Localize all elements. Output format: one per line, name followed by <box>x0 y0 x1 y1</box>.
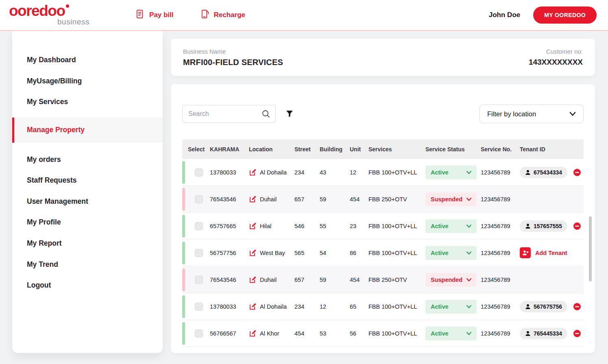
table-header-row: Select KAHRAMA Location Street Building … <box>182 139 584 159</box>
kahrama-value: 56757756 <box>210 250 249 256</box>
edit-location-icon[interactable] <box>249 303 257 310</box>
sidebar-item-my-dashboard[interactable]: My Dashboard <box>12 50 163 71</box>
user-name[interactable]: John Doe <box>489 11 520 19</box>
kahrama-value: 76543546 <box>210 277 249 283</box>
sidebar-item-my-report[interactable]: My Report <box>12 233 163 254</box>
customer-no-value: 143XXXXXXXX <box>529 58 583 67</box>
table-scrollbar[interactable] <box>589 216 592 281</box>
service-status-value: Active <box>431 303 449 310</box>
service-status-pill[interactable]: Active <box>425 219 477 233</box>
add-tenant-button[interactable]: Add Tenant <box>520 247 567 258</box>
person-icon <box>525 223 531 229</box>
service-status-value: Active <box>431 223 449 229</box>
sidebar-item-my-orders[interactable]: My orders <box>12 149 163 170</box>
business-info-card: Business Name MRFI00-FIELD SERVICES Cust… <box>171 39 595 76</box>
row-checkbox[interactable] <box>195 168 203 177</box>
search-icon[interactable] <box>262 109 270 118</box>
tenant-id-value: 675434334 <box>534 169 562 176</box>
column-header-service-no: Service No. <box>481 146 520 153</box>
edit-location-icon[interactable] <box>249 329 257 337</box>
column-header-services: Services <box>368 146 425 153</box>
row-status-strip <box>182 268 185 291</box>
chevron-down-icon <box>466 196 472 203</box>
remove-tenant-icon[interactable] <box>573 303 581 311</box>
service-status-pill[interactable]: Suspended <box>425 192 477 206</box>
kahrama-value: 76543546 <box>210 196 249 203</box>
filter-funnel-icon[interactable] <box>285 110 294 118</box>
search-input[interactable] <box>188 110 262 118</box>
services-value: FBB 100+OTV+LL <box>368 250 425 256</box>
row-checkbox[interactable] <box>195 249 203 257</box>
tenant-id-badge[interactable]: 675434334 <box>520 167 567 178</box>
building-value: 59 <box>320 196 350 203</box>
sidebar-item-staff-requests[interactable]: Staff Requests <box>12 170 163 191</box>
row-checkbox[interactable] <box>195 329 203 338</box>
top-nav: Pay bill Recharge <box>135 9 245 21</box>
service-status-value: Suspended <box>431 277 462 283</box>
row-status-strip <box>182 161 185 184</box>
remove-tenant-icon[interactable] <box>573 222 581 230</box>
row-checkbox[interactable] <box>195 195 203 203</box>
column-header-location: Location <box>249 146 294 153</box>
remove-tenant-icon[interactable] <box>573 168 581 177</box>
recharge-button[interactable]: Recharge <box>200 9 245 21</box>
top-bar: ooredoo business Pay bill Recharge John … <box>0 0 608 31</box>
edit-location-icon[interactable] <box>249 168 257 176</box>
recharge-icon <box>200 9 210 21</box>
my-ooredoo-button[interactable]: MY OOREDOO <box>533 7 597 24</box>
service-no-value: 123456789 <box>481 196 520 203</box>
tenant-id-badge[interactable]: 157657555 <box>520 220 567 232</box>
edit-location-icon[interactable] <box>249 222 257 230</box>
table-row: 65757665 Hilal 546 55 23 FBB 100+OTV+LL … <box>182 213 584 240</box>
sidebar-item-myusage-billing[interactable]: MyUsage/Billing <box>12 71 163 92</box>
remove-tenant-icon[interactable] <box>573 329 581 338</box>
table-row: 76543546 Duhail 657 59 454 FBB 250+OTV S… <box>182 266 584 293</box>
service-no-value: 123456789 <box>481 277 520 283</box>
chevron-down-icon <box>466 330 472 337</box>
kahrama-value: 65757665 <box>210 223 249 229</box>
sidebar-item-my-trend[interactable]: My Trend <box>12 254 163 275</box>
brand-dot-icon <box>66 4 69 8</box>
service-status-value: Active <box>431 330 449 337</box>
add-tenant-label: Add Tenant <box>535 250 567 256</box>
edit-location-icon[interactable] <box>249 249 257 257</box>
tenant-id-badge[interactable]: 567675756 <box>520 301 567 312</box>
table-body: 13780033 Al Dohaila 234 43 12 FBB 100+OT… <box>182 159 584 347</box>
service-status-pill[interactable]: Active <box>425 246 477 260</box>
kahrama-value: 13780033 <box>210 303 249 310</box>
row-status-strip <box>182 215 185 238</box>
person-icon <box>525 170 531 175</box>
ooredoo-logo[interactable]: ooredoo business <box>9 4 95 26</box>
column-header-unit: Unit <box>350 146 368 153</box>
row-checkbox[interactable] <box>195 276 203 284</box>
filter-by-location-dropdown[interactable]: Filter by location <box>479 105 584 123</box>
table-row: 56766567 Al Khor 454 53 56 FBB 100+OTV+L… <box>182 320 584 347</box>
service-status-pill[interactable]: Active <box>425 166 477 179</box>
tenant-id-badge[interactable]: 765445334 <box>520 328 567 339</box>
unit-value: 23 <box>350 223 368 229</box>
location-value: West Bay <box>260 250 285 256</box>
service-status-pill[interactable]: Active <box>425 327 477 340</box>
edit-location-icon[interactable] <box>249 195 257 203</box>
sidebar-item-my-profile[interactable]: My Profile <box>12 212 163 233</box>
row-checkbox[interactable] <box>195 222 203 230</box>
pay-bill-button[interactable]: Pay bill <box>135 9 174 21</box>
edit-location-icon[interactable] <box>249 276 257 283</box>
sidebar-item-my-services[interactable]: My Services <box>12 92 163 113</box>
filter-by-location-label: Filter by location <box>487 110 536 118</box>
location-value: Hilal <box>260 223 271 229</box>
sidebar-item-user-management[interactable]: User Management <box>12 191 163 212</box>
sidebar-item-logout[interactable]: Logout <box>12 275 163 296</box>
location-value: Duhail <box>260 196 277 203</box>
unit-value: 65 <box>350 303 368 310</box>
column-header-tenant-id: Tenant ID <box>520 146 571 153</box>
column-header-service-status: Service Status <box>425 146 481 153</box>
business-name-label: Business Name <box>183 48 283 55</box>
row-checkbox[interactable] <box>195 303 203 311</box>
sidebar-item-manage-property[interactable]: Manage Property <box>12 118 163 143</box>
service-status-pill[interactable]: Active <box>425 300 477 314</box>
unit-value: 454 <box>350 196 368 203</box>
pay-bill-icon <box>135 9 145 21</box>
service-status-pill[interactable]: Suspended <box>425 273 477 287</box>
service-no-value: 123456789 <box>481 169 520 176</box>
